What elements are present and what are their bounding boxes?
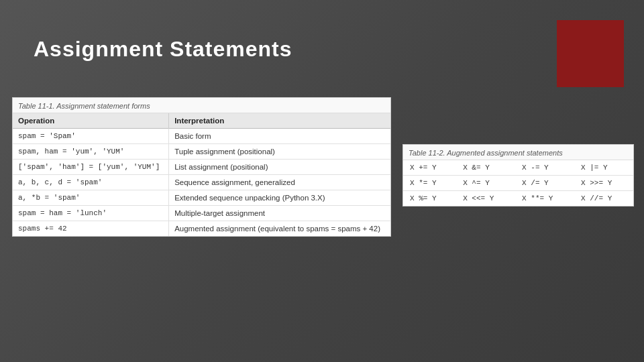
table-cell-augmented: X //= Y [574, 191, 633, 206]
table-cell-augmented: X >>= Y [574, 176, 633, 191]
table-11-2-caption: Table 11-2. Augmented assignment stateme… [403, 145, 633, 160]
table-cell-augmented: X <<= Y [456, 191, 515, 206]
table-row: spam = 'Spam'Basic form [13, 129, 390, 144]
slide-title: Assignment Statements [34, 37, 292, 62]
table-row: X *= YX ^= YX /= YX >>= Y [403, 176, 633, 191]
table-row: spam, ham = 'yum', 'YUM'Tuple assignment… [13, 144, 390, 160]
table-cell-interpretation: Extended sequence unpacking (Python 3.X) [169, 190, 390, 206]
table-11-1-caption: Table 11-1. Assignment statement forms [13, 98, 390, 113]
table-cell-operation: spam = ham = 'lunch' [13, 206, 169, 221]
table-cell-augmented: X ^= Y [456, 176, 515, 191]
table-cell-interpretation: Sequence assignment, generalized [169, 175, 390, 190]
slide-container: Assignment Statements Table 11-1. Assign… [0, 0, 644, 362]
table-cell-operation: spam = 'Spam' [13, 129, 169, 144]
table-cell-interpretation: Augmented assignment (equivalent to spam… [169, 221, 390, 237]
table-cell-augmented: X &= Y [456, 160, 515, 176]
table-cell-interpretation: Multiple-target assignment [169, 206, 390, 221]
table-cell-augmented: X /= Y [515, 176, 574, 191]
table-11-1: Operation Interpretation spam = 'Spam'Ba… [13, 113, 390, 236]
table-cell-interpretation: Tuple assignment (positional) [169, 144, 390, 160]
table-row: spam = ham = 'lunch'Multiple-target assi… [13, 206, 390, 221]
table-cell-operation: spam, ham = 'yum', 'YUM' [13, 144, 169, 160]
table-cell-augmented: X -= Y [515, 160, 574, 176]
table-cell-operation: a, b, c, d = 'spam' [13, 175, 169, 190]
table-cell-interpretation: Basic form [169, 129, 390, 144]
table-cell-augmented: X *= Y [403, 176, 456, 191]
table-cell-augmented: X += Y [403, 160, 456, 176]
table-11-1-container: Table 11-1. Assignment statement forms O… [12, 97, 391, 237]
table-row: spams += 42Augmented assignment (equival… [13, 221, 390, 237]
table-11-1-col-operation: Operation [13, 113, 169, 129]
table-cell-operation: a, *b = 'spam' [13, 190, 169, 206]
table-cell-interpretation: List assignment (positional) [169, 160, 390, 175]
table-cell-augmented: X %= Y [403, 191, 456, 206]
table-row: a, b, c, d = 'spam'Sequence assignment, … [13, 175, 390, 190]
table-cell-operation: ['spam', 'ham'] = ['yum', 'YUM'] [13, 160, 169, 175]
table-cell-augmented: X **= Y [515, 191, 574, 206]
table-row: a, *b = 'spam'Extended sequence unpackin… [13, 190, 390, 206]
table-cell-operation: spams += 42 [13, 221, 169, 237]
red-decorative-block [557, 20, 624, 87]
table-11-1-header-row: Operation Interpretation [13, 113, 390, 129]
table-11-2-container: Table 11-2. Augmented assignment stateme… [402, 144, 634, 206]
table-cell-augmented: X |= Y [574, 160, 633, 176]
table-row: ['spam', 'ham'] = ['yum', 'YUM']List ass… [13, 160, 390, 175]
table-11-1-col-interpretation: Interpretation [169, 113, 390, 129]
table-row: X %= YX <<= YX **= YX //= Y [403, 191, 633, 206]
table-11-2: X += YX &= YX -= YX |= YX *= YX ^= YX /=… [403, 160, 633, 206]
table-row: X += YX &= YX -= YX |= Y [403, 160, 633, 176]
